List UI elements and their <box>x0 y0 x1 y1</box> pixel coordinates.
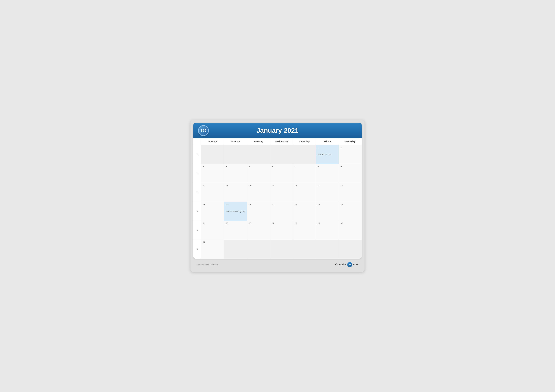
day-number-30: 30 <box>340 222 360 225</box>
day-number-17: 17 <box>203 203 222 206</box>
calendar-title: January 2021 <box>212 127 343 134</box>
day-number-25: 25 <box>226 222 245 225</box>
day-cell-w5-d5[interactable] <box>316 240 339 259</box>
day-cell-w4-d2[interactable]: 26 <box>247 221 270 240</box>
day-cell-w0-d4[interactable] <box>293 145 316 164</box>
day-number-24: 24 <box>203 222 222 225</box>
day-number-29: 29 <box>318 222 337 225</box>
day-cell-w4-d0[interactable]: 24 <box>201 221 224 240</box>
day-cell-w5-d6[interactable] <box>339 240 362 259</box>
day-cell-w0-d0[interactable] <box>201 145 224 164</box>
day-number-28: 28 <box>295 222 314 225</box>
day-cell-w2-d0[interactable]: 10 <box>201 183 224 202</box>
day-number-12: 12 <box>248 184 268 187</box>
day-cell-w5-d4[interactable] <box>293 240 316 259</box>
day-cell-w1-d1[interactable]: 4 <box>224 164 247 183</box>
day-header-monday: Monday <box>224 138 247 145</box>
day-cell-w5-d3[interactable] <box>270 240 293 259</box>
day-cell-w3-d1[interactable]: 18Martin Luther King Day <box>224 202 247 221</box>
footer-logo: 365 <box>347 262 352 267</box>
day-number-20: 20 <box>271 203 291 206</box>
day-headers-row: Sunday Monday Tuesday Wednesday Thursday… <box>193 138 362 145</box>
footer-brand-after: .com <box>353 263 358 266</box>
day-cell-w1-d4[interactable]: 7 <box>293 164 316 183</box>
logo-circle: 365 <box>198 125 209 136</box>
day-number-5: 5 <box>248 165 268 168</box>
day-number-15: 15 <box>318 184 337 187</box>
day-number-16: 16 <box>340 184 360 187</box>
day-cell-w4-d6[interactable]: 30 <box>339 221 362 240</box>
day-cell-w3-d6[interactable]: 23 <box>339 202 362 221</box>
page-wrapper: 365 January 2021 Sunday Monday Tuesday W… <box>190 120 365 272</box>
holiday-name-18: Martin Luther King Day <box>226 210 245 213</box>
day-cell-w0-d6[interactable]: 2 <box>339 145 362 164</box>
day-cell-w0-d1[interactable] <box>224 145 247 164</box>
calendar-header: 365 January 2021 <box>193 123 362 138</box>
day-number-1: 1 <box>318 146 337 149</box>
day-cell-w1-d5[interactable]: 8 <box>316 164 339 183</box>
day-number-27: 27 <box>271 222 291 225</box>
day-cell-w5-d2[interactable] <box>247 240 270 259</box>
day-number-7: 7 <box>295 165 314 168</box>
day-number-4: 4 <box>226 165 245 168</box>
day-cell-w1-d2[interactable]: 5 <box>247 164 270 183</box>
day-cell-w2-d2[interactable]: 12 <box>247 183 270 202</box>
day-cell-w3-d0[interactable]: 17 <box>201 202 224 221</box>
page-footer: January 2021 Calendar Calendar- 365 .com <box>193 260 362 269</box>
day-number-19: 19 <box>248 203 268 206</box>
day-number-9: 9 <box>340 165 360 168</box>
calendar-grid: 531New Year's Day21345678921011121314151… <box>193 145 362 259</box>
week-num-2: 2 <box>193 183 201 202</box>
calendar-container: 365 January 2021 Sunday Monday Tuesday W… <box>193 123 362 259</box>
day-number-6: 6 <box>271 165 291 168</box>
day-number-2: 2 <box>340 146 360 149</box>
day-number-3: 3 <box>203 165 222 168</box>
day-header-wednesday: Wednesday <box>270 138 293 145</box>
day-header-tuesday: Tuesday <box>247 138 270 145</box>
day-cell-w0-d3[interactable] <box>270 145 293 164</box>
logo-text: 365 <box>201 128 206 133</box>
day-number-31: 31 <box>203 241 222 243</box>
day-number-14: 14 <box>295 184 314 187</box>
day-cell-w3-d2[interactable]: 19 <box>247 202 270 221</box>
day-number-26: 26 <box>248 222 268 225</box>
day-cell-w5-d0[interactable]: 31 <box>201 240 224 259</box>
day-cell-w2-d6[interactable]: 16 <box>339 183 362 202</box>
day-cell-w1-d0[interactable]: 3 <box>201 164 224 183</box>
day-cell-w4-d4[interactable]: 28 <box>293 221 316 240</box>
day-cell-w1-d3[interactable]: 6 <box>270 164 293 183</box>
week-num-1: 1 <box>193 164 201 183</box>
day-header-thursday: Thursday <box>293 138 316 145</box>
day-cell-w4-d1[interactable]: 25 <box>224 221 247 240</box>
footer-brand-before: Calendar- <box>335 263 347 266</box>
holiday-name-1: New Year's Day <box>318 153 337 156</box>
day-cell-w3-d4[interactable]: 21 <box>293 202 316 221</box>
day-number-18: 18 <box>226 203 245 206</box>
day-number-10: 10 <box>203 184 222 187</box>
day-number-23: 23 <box>340 203 360 206</box>
day-cell-w4-d3[interactable]: 27 <box>270 221 293 240</box>
day-cell-w2-d4[interactable]: 14 <box>293 183 316 202</box>
day-cell-w5-d1[interactable] <box>224 240 247 259</box>
footer-left-text: January 2021 Calendar <box>197 264 218 266</box>
day-cell-w4-d5[interactable]: 29 <box>316 221 339 240</box>
day-cell-w1-d6[interactable]: 9 <box>339 164 362 183</box>
day-cell-w2-d5[interactable]: 15 <box>316 183 339 202</box>
week-num-5: 5 <box>193 240 201 259</box>
day-header-friday: Friday <box>316 138 339 145</box>
week-num-3: 3 <box>193 202 201 221</box>
day-number-13: 13 <box>271 184 291 187</box>
week-num-4: 4 <box>193 221 201 240</box>
day-cell-w0-d2[interactable] <box>247 145 270 164</box>
day-cell-w2-d1[interactable]: 11 <box>224 183 247 202</box>
day-header-sunday: Sunday <box>201 138 224 145</box>
day-number-11: 11 <box>226 184 245 187</box>
footer-right: Calendar- 365 .com <box>335 262 358 267</box>
day-number-21: 21 <box>295 203 314 206</box>
day-number-22: 22 <box>318 203 337 206</box>
week-num-header <box>193 138 201 145</box>
day-cell-w0-d5[interactable]: 1New Year's Day <box>316 145 339 164</box>
day-cell-w3-d3[interactable]: 20 <box>270 202 293 221</box>
day-cell-w3-d5[interactable]: 22 <box>316 202 339 221</box>
day-cell-w2-d3[interactable]: 13 <box>270 183 293 202</box>
